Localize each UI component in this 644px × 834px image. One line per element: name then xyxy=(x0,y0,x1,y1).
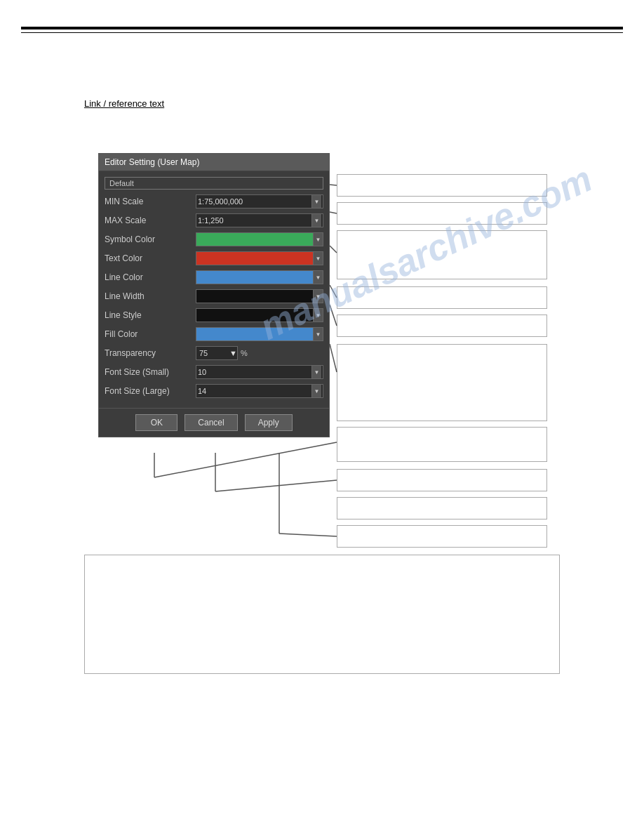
anno-box-1 xyxy=(337,174,547,197)
bottom-annotation-box xyxy=(84,555,560,674)
transparency-dropdown-arrow[interactable]: ▼ xyxy=(229,349,237,357)
svg-line-3 xyxy=(330,285,337,298)
line-style-label: Line Style xyxy=(105,310,196,320)
anno-box-6 xyxy=(337,344,547,421)
font-size-small-control[interactable]: 10 ▼ xyxy=(196,365,323,379)
anno-box-2 xyxy=(337,202,547,225)
font-size-small-dropdown-arrow[interactable]: ▼ xyxy=(311,366,321,378)
max-scale-control[interactable]: 1:1,250 ▼ xyxy=(196,213,323,227)
line-width-row: Line Width ▼ xyxy=(105,289,323,304)
cancel-button[interactable]: Cancel xyxy=(185,414,237,431)
top-border-thin xyxy=(21,32,623,33)
apply-button[interactable]: Apply xyxy=(245,414,293,431)
line-color-dropdown-arrow[interactable]: ▼ xyxy=(313,271,323,284)
fill-color-label: Fill Color xyxy=(105,329,196,339)
line-width-swatch xyxy=(196,290,313,303)
font-size-small-row: Font Size (Small) 10 ▼ xyxy=(105,364,323,380)
editor-setting-dialog: Editor Setting (User Map) Default MIN Sc… xyxy=(98,153,330,437)
max-scale-label: MAX Scale xyxy=(105,216,196,225)
line-color-swatch xyxy=(196,271,313,284)
min-scale-label: MIN Scale xyxy=(105,197,196,206)
top-border-thick xyxy=(21,27,623,29)
symbol-color-control[interactable]: ▼ xyxy=(196,232,323,246)
symbol-color-row: Symbol Color ▼ xyxy=(105,232,323,247)
transparency-unit: % xyxy=(241,349,248,357)
line-color-control[interactable]: ▼ xyxy=(196,270,323,284)
dialog-title: Editor Setting (User Map) xyxy=(99,154,329,171)
font-size-large-dropdown-arrow[interactable]: ▼ xyxy=(311,385,321,397)
fill-color-control[interactable]: ▼ xyxy=(196,327,323,341)
min-scale-control[interactable]: 1:75,000,000 ▼ xyxy=(196,194,323,208)
transparency-value: 75 xyxy=(196,349,208,357)
anno-box-10 xyxy=(337,525,547,548)
text-color-label: Text Color xyxy=(105,253,196,263)
line-width-label: Line Width xyxy=(105,291,196,301)
text-color-row: Text Color ▼ xyxy=(105,251,323,266)
svg-line-5 xyxy=(330,344,337,372)
symbol-color-label: Symbol Color xyxy=(105,234,196,244)
font-size-large-label: Font Size (Large) xyxy=(105,386,196,396)
text-color-dropdown-arrow[interactable]: ▼ xyxy=(313,252,323,265)
transparency-input[interactable]: 75 ▼ xyxy=(196,346,238,360)
link-text[interactable]: Link / reference text xyxy=(84,98,164,109)
ok-button[interactable]: OK xyxy=(135,414,177,431)
font-size-small-value: 10 xyxy=(198,368,206,376)
text-color-swatch xyxy=(196,252,313,265)
svg-line-2 xyxy=(330,246,337,253)
fill-color-row: Fill Color ▼ xyxy=(105,326,323,342)
max-scale-value: 1:1,250 xyxy=(198,216,224,225)
anno-box-4 xyxy=(337,286,547,309)
group-label: Default xyxy=(105,177,323,190)
line-style-dropdown-arrow[interactable]: ▼ xyxy=(313,309,323,322)
svg-line-0 xyxy=(330,185,337,185)
line-style-swatch xyxy=(196,309,313,322)
symbol-color-swatch xyxy=(196,233,313,246)
dialog-buttons: OK Cancel Apply xyxy=(99,408,329,437)
fill-color-dropdown-arrow[interactable]: ▼ xyxy=(313,328,323,340)
line-color-label: Line Color xyxy=(105,272,196,282)
fill-color-swatch xyxy=(196,328,313,340)
svg-line-7 xyxy=(154,442,337,477)
max-scale-dropdown-arrow[interactable]: ▼ xyxy=(311,214,321,227)
font-size-small-label: Font Size (Small) xyxy=(105,367,196,377)
line-color-row: Line Color ▼ xyxy=(105,270,323,285)
text-color-control[interactable]: ▼ xyxy=(196,251,323,265)
transparency-row: Transparency 75 ▼ % xyxy=(105,345,323,361)
svg-line-9 xyxy=(215,480,337,491)
line-style-row: Line Style ▼ xyxy=(105,307,323,323)
line-width-control[interactable]: ▼ xyxy=(196,289,323,303)
font-size-large-row: Font Size (Large) 14 ▼ xyxy=(105,383,323,399)
line-width-dropdown-arrow[interactable]: ▼ xyxy=(313,290,323,303)
min-scale-dropdown-arrow[interactable]: ▼ xyxy=(311,195,321,208)
max-scale-row: MAX Scale 1:1,250 ▼ xyxy=(105,213,323,228)
svg-line-4 xyxy=(330,305,337,326)
anno-box-3 xyxy=(337,230,547,279)
transparency-label: Transparency xyxy=(105,348,196,358)
symbol-color-dropdown-arrow[interactable]: ▼ xyxy=(313,233,323,246)
anno-box-5 xyxy=(337,315,547,337)
min-scale-row: MIN Scale 1:75,000,000 ▼ xyxy=(105,194,323,209)
anno-box-8 xyxy=(337,469,547,491)
anno-box-7 xyxy=(337,427,547,462)
svg-line-11 xyxy=(279,534,337,536)
min-scale-value: 1:75,000,000 xyxy=(198,197,243,206)
line-style-control[interactable]: ▼ xyxy=(196,308,323,322)
svg-line-1 xyxy=(330,212,337,213)
dialog-body: Default MIN Scale 1:75,000,000 ▼ MAX Sca… xyxy=(99,171,329,408)
font-size-large-value: 14 xyxy=(198,387,206,395)
anno-box-9 xyxy=(337,497,547,519)
font-size-large-control[interactable]: 14 ▼ xyxy=(196,384,323,398)
